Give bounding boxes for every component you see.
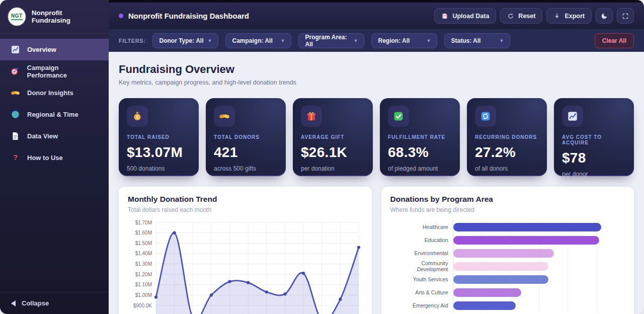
bar-track: [453, 299, 625, 312]
filter-dropdown-program-area[interactable]: Program Area: All▼: [298, 33, 364, 48]
filter-dropdown-region[interactable]: Region: All▼: [371, 33, 437, 48]
svg-text:?: ?: [13, 153, 17, 162]
sidebar-item-label: Donor Insights: [27, 89, 73, 97]
filter-dropdown-campaign[interactable]: Campaign: All▼: [225, 33, 291, 48]
clear-all-button[interactable]: Clear All: [595, 33, 634, 48]
chart-line-icon: [562, 106, 583, 127]
charts-row: Monthly Donation Trend Total dollars rai…: [119, 187, 634, 314]
svg-text:$1.10M: $1.10M: [135, 282, 152, 287]
sidebar-header: NGT Nonprofit Fundraising: [0, 0, 109, 34]
kpi-value: 68.3%: [388, 144, 452, 161]
upload-data-button[interactable]: Upload Data: [434, 8, 496, 24]
svg-text:$1.00M: $1.00M: [135, 292, 152, 298]
bar-chart-title: Donations by Program Area: [390, 195, 625, 204]
bar-emergency-aid: [453, 301, 516, 310]
collapse-button[interactable]: Collapse: [0, 292, 109, 314]
donations-by-program-area-card: Donations by Program Area Where funds ar…: [381, 187, 634, 314]
kpi-value: $13.07M: [127, 144, 191, 161]
sidebar-item-campaign-performance[interactable]: Campaign Performance: [0, 60, 109, 82]
bar-category-label: Environmental: [390, 250, 453, 256]
button-label: Export: [565, 13, 585, 20]
header-actions: Upload DataResetExport: [434, 8, 634, 24]
bar-category-label: Emergency Aid: [390, 302, 453, 308]
sidebar-item-regional-time[interactable]: Regional & Time: [0, 104, 109, 125]
export-button[interactable]: Export: [546, 8, 592, 24]
bar-category-label: Arts & Culture: [390, 289, 453, 295]
kpi-value: $26.1K: [301, 144, 365, 161]
button-label: Reset: [518, 13, 535, 20]
sidebar-item-label: Regional & Time: [27, 111, 78, 118]
chevron-down-icon: ▼: [281, 38, 285, 43]
document-icon: [10, 131, 20, 141]
bar-education: [453, 236, 600, 245]
kpi-subtitle: across 500 gifts: [214, 165, 278, 172]
svg-text:$1.20M: $1.20M: [135, 272, 152, 277]
kpi-subtitle: per donation: [301, 165, 365, 172]
kpi-label: AVERAGE GIFT: [301, 134, 365, 140]
fullscreen-icon: [622, 13, 629, 20]
moon-toggle-button[interactable]: [596, 8, 613, 24]
chart-line-icon: [10, 45, 20, 55]
svg-text:$1.70M: $1.70M: [135, 220, 152, 225]
fullscreen-toggle-button[interactable]: [617, 8, 634, 24]
recurring-icon: [475, 106, 496, 127]
bar-category-label: Community Development: [390, 260, 453, 272]
sidebar-item-label: How to Use: [27, 154, 63, 162]
filter-value: Program Area: All: [305, 34, 353, 48]
filter-dropdown-status[interactable]: Status: All▼: [444, 33, 510, 48]
svg-text:$1.60M: $1.60M: [135, 230, 152, 236]
kpi-label: TOTAL RAISED: [127, 134, 191, 140]
line-chart: $1.70M$1.60M$1.50M$1.40M$1.30M$1.20M$1.1…: [128, 218, 363, 314]
bar-arts-culture: [453, 288, 522, 297]
filter-value: Campaign: All: [232, 37, 272, 44]
handshake-icon: [10, 88, 20, 98]
org-logo: NGT: [8, 8, 26, 26]
sidebar-title: Nonprofit Fundraising: [32, 9, 101, 24]
kpi-card-recurring-donors: RECURRING DONORS27.2%of all donors: [467, 98, 547, 176]
filter-dropdown-donor-type[interactable]: Donor Type: All▼: [152, 33, 218, 48]
kpi-subtitle: 500 donations: [127, 165, 191, 172]
sidebar-item-label: Overview: [27, 46, 56, 53]
bar-chart-subtitle: Where funds are being directed: [390, 206, 625, 213]
svg-text:$1.30M: $1.30M: [135, 261, 152, 267]
svg-text:$1.50M: $1.50M: [135, 241, 152, 246]
kpi-row: $TOTAL RAISED$13.07M500 donationsTOTAL D…: [119, 98, 634, 176]
bar-track: [453, 233, 625, 247]
reset-button[interactable]: Reset: [500, 8, 542, 24]
sidebar-item-data-view[interactable]: Data View: [0, 125, 109, 147]
bar-row-healthcare: Healthcare: [390, 220, 625, 233]
bar-healthcare: [453, 223, 601, 231]
dashboard-title: Nonprofit Fundraising Dashboard: [128, 12, 249, 20]
sidebar-item-label: Data View: [27, 132, 58, 140]
kpi-card-total-donors: TOTAL DONORS421across 500 gifts: [206, 98, 286, 176]
page-title: Fundraising Overview: [119, 63, 634, 76]
svg-text:$1.40M: $1.40M: [135, 251, 152, 256]
chevron-down-icon: ▼: [500, 38, 504, 43]
kpi-value: 421: [214, 144, 278, 161]
sidebar: NGT Nonprofit Fundraising OverviewCampai…: [0, 0, 109, 314]
bar-row-arts-culture: Arts & Culture: [390, 286, 625, 299]
page-subtitle: Key metrics, campaign progress, and high…: [119, 79, 634, 86]
bar-community-development: [453, 262, 548, 271]
bar-track: [453, 273, 625, 286]
sidebar-item-donor-insights[interactable]: Donor Insights: [0, 82, 109, 104]
page-content: Fundraising Overview Key metrics, campai…: [109, 52, 644, 314]
bar-environmental: [453, 249, 554, 258]
monthly-donation-trend-card: Monthly Donation Trend Total dollars rai…: [119, 187, 372, 314]
top-header: Nonprofit Fundraising Dashboard Upload D…: [109, 0, 644, 29]
sidebar-item-overview[interactable]: Overview: [0, 39, 109, 60]
bar-category-label: Education: [390, 237, 453, 243]
download-icon: [553, 13, 560, 20]
kpi-card-avg-cost-to-acquire: AVG COST TO ACQUIRE$78per donor: [554, 98, 634, 176]
filter-bar: FILTERS: Donor Type: All▼Campaign: All▼P…: [109, 29, 644, 52]
bar-category-label: Youth Services: [390, 276, 453, 282]
bar-row-community-development: Community Development: [390, 260, 625, 273]
kpi-value: 27.2%: [475, 144, 539, 161]
globe-icon: [10, 110, 20, 120]
bar-row-youth-services: Youth Services: [390, 273, 625, 286]
sidebar-item-how-to-use[interactable]: ?How to Use: [0, 147, 109, 169]
bar-track: [453, 220, 625, 233]
org-logo-text: NGT: [11, 13, 23, 20]
bar-youth-services: [453, 275, 548, 284]
kpi-label: RECURRING DONORS: [475, 134, 539, 140]
